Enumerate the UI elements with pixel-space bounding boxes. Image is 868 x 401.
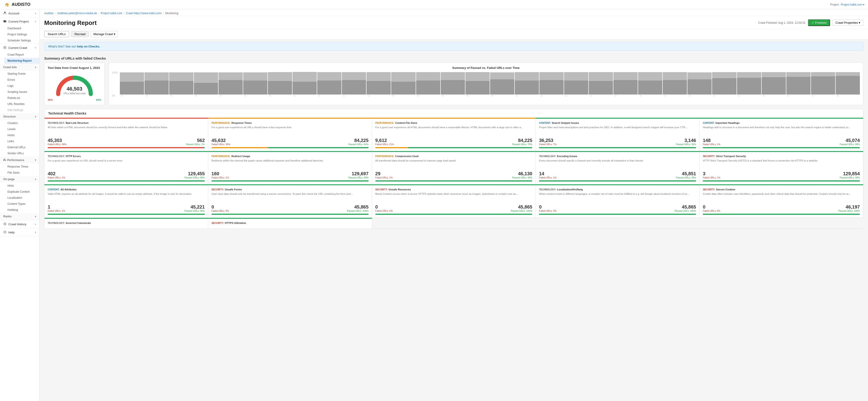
sidebar-group-crawl-info[interactable]: Crawl Info ▾ <box>0 64 39 71</box>
sidebar-item-scripting-issues[interactable]: Scripting Issues <box>4 89 39 95</box>
sidebar-item-similar-urls[interactable]: Similar URLs <box>4 150 39 156</box>
health-card[interactable]: CONTENT: Alt Attributes Valid HTML requi… <box>44 184 208 218</box>
health-card[interactable]: SECURITY: Unsafe Resources Mixed Content… <box>372 184 536 218</box>
status-bar-fail <box>375 180 377 182</box>
sidebar-item-monitoring-report[interactable]: Monitoring Report <box>4 58 39 64</box>
bar-label: Aug 16 <box>121 95 141 99</box>
health-card[interactable]: TECHNOLOGY: Localization/Hreflang When c… <box>536 184 700 218</box>
sidebar-item-content-types[interactable]: Content Types <box>4 201 39 207</box>
health-card[interactable]: PERFORMANCE: Redirect Usage Redirects wi… <box>208 151 372 184</box>
sidebar-item-response-times[interactable]: Response Times <box>4 164 39 169</box>
health-pass-pct: Passed URLs: 99% <box>840 143 860 146</box>
breadcrumb-user[interactable]: matthias.peter@micro-media.de <box>57 12 97 15</box>
gauge-title: Test Data from Crawl August 1, 2024 <box>48 66 101 70</box>
crawl-properties-button[interactable]: Crawl Properties ▾ <box>832 20 863 26</box>
health-stat-fail-group: 160 Failed URLs: 1% <box>212 171 229 179</box>
sidebar-item-hosts[interactable]: Hosts <box>4 132 39 138</box>
bar-label: Dec 20 <box>565 95 585 99</box>
sidebar-item-scheduler-settings[interactable]: Scheduler Settings <box>4 37 39 43</box>
health-card-stats: 14 Failed URLs: 1% 45,851 Passed URLs: 9… <box>539 171 696 179</box>
sidebar-item-help[interactable]: ? Help ▾ <box>0 228 39 236</box>
health-card[interactable]: PERFORMANCE: Compression Used All transf… <box>372 151 536 184</box>
sidebar-item-localization[interactable]: Localization <box>4 195 39 201</box>
status-bar-fail <box>703 180 704 182</box>
status-bar <box>703 180 860 182</box>
health-card-desc: When content exists in different languag… <box>539 192 696 203</box>
health-card[interactable]: TECHNOLOGY: Encoding Issues Every docume… <box>536 151 700 184</box>
sidebar-item-edit-settings[interactable]: Edit Settings <box>4 107 39 113</box>
health-card[interactable]: SECURITY: Secure Cookies Cookie data oft… <box>700 184 863 218</box>
sidebar-item-links[interactable]: Links <box>4 138 39 144</box>
sidebar-item-crawl-report[interactable]: Crawl Report <box>4 52 39 58</box>
sidebar-item-levels[interactable]: Levels <box>4 126 39 132</box>
recrawl-button[interactable]: Recrawl <box>71 31 89 37</box>
sidebar-item-logs[interactable]: Logs <box>4 83 39 89</box>
health-stat-fail: 45,303 <box>48 138 67 143</box>
sidebar-group-onpage[interactable]: On-page ▾ <box>0 176 39 183</box>
sidebar-sub-performance: Response Times File Sizes <box>0 164 39 176</box>
finished-badge-button[interactable]: ✓ Finished <box>808 19 830 26</box>
status-bar <box>539 214 696 215</box>
sidebar-item-dashboard[interactable]: Dashboard <box>4 25 39 31</box>
sidebar-item-url-rewrites[interactable]: URL Rewrites <box>4 101 39 107</box>
health-card[interactable]: TECHNOLOGY: HTTP Errors For a good user … <box>44 151 208 184</box>
breadcrumb-project[interactable]: Project tutkit.com <box>101 12 122 15</box>
health-stat-fail: 402 <box>48 171 65 177</box>
sidebar-sub-project: Dashboard Project Settings Scheduler Set… <box>0 25 39 43</box>
help-on-checks-link[interactable]: help on Checks. <box>77 45 100 48</box>
health-stat-fail: 45,632 <box>212 138 230 143</box>
sidebar-group-performance[interactable]: Performance ▾ <box>0 156 39 164</box>
sidebar-item-hints[interactable]: Hints <box>4 183 39 189</box>
health-card-stats: 148 Failed URLs: 1% 45,074 Passed URLs: … <box>703 138 860 146</box>
health-card-title: PERFORMANCE: Response Times <box>212 122 369 124</box>
toolbar: Search URLs Recrawl Manage Crawl ▾ <box>39 29 868 39</box>
health-category: PERFORMANCE: <box>375 122 395 124</box>
sidebar-item-starting-points[interactable]: Starting Points <box>4 71 39 77</box>
sidebar-item-file-sizes[interactable]: File Sizes <box>4 169 39 176</box>
bar-label: Jan 24 <box>688 95 708 99</box>
search-urls-button[interactable]: Search URLs <box>44 31 69 37</box>
sidebar-item-crawl-history[interactable]: Crawl History ▾ <box>0 220 39 228</box>
bar-group <box>416 72 440 94</box>
health-card[interactable]: PERFORMANCE: Response Times For a good u… <box>208 118 372 151</box>
health-fail-pct: Failed URLs: 0% <box>375 210 393 212</box>
health-card[interactable]: TECHNOLOGY: Bad Link Structure All links… <box>44 118 208 151</box>
bar-group <box>145 72 169 94</box>
bar-group <box>218 72 243 94</box>
manage-crawl-button[interactable]: Manage Crawl ▾ <box>91 31 118 37</box>
health-card[interactable]: SECURITY: Unsafe Forms User input data s… <box>208 184 372 218</box>
health-card-bottom[interactable]: TECHNOLOGY: Incorrect Canonicals <box>44 218 208 228</box>
status-bar-fail <box>212 147 268 148</box>
sidebar-item-hreflang[interactable]: Hreflang <box>4 207 39 213</box>
sidebar-item-current-crawl[interactable]: Current Crawl ▾ <box>0 44 39 52</box>
sidebar-item-duplicate-content[interactable]: Duplicate Content <box>4 189 39 195</box>
sidebar-item-errors[interactable]: Errors <box>4 77 39 83</box>
health-card[interactable]: CONTENT: Important Headings Headings add… <box>700 118 863 151</box>
health-card[interactable]: SECURITY: Strict Transport Security HTTP… <box>700 151 863 184</box>
sidebar-item-robots-txt[interactable]: Robots.txt <box>4 95 39 101</box>
sidebar-group-structure[interactable]: Structure ▾ <box>0 113 39 120</box>
finished-badge-label: ✓ Finished <box>812 21 827 25</box>
sidebar-item-project-settings[interactable]: Project Settings <box>4 31 39 37</box>
bar-group <box>194 72 218 94</box>
top-nav-right: Project Project tutkit.com ▾ <box>830 3 864 6</box>
sidebar-item-clusters[interactable]: Clusters <box>4 120 39 126</box>
sidebar-item-account[interactable]: Account ▾ <box>0 9 39 17</box>
health-card-bottom[interactable]: SECURITY: HTTPS Utilization <box>208 218 372 228</box>
health-card[interactable]: CONTENT: Search Snippet Issues Proper ti… <box>536 118 700 151</box>
status-bar-pass <box>704 147 860 148</box>
breadcrumb-crawl[interactable]: Crawl https://www.tutkit.com/ <box>126 12 161 15</box>
status-bar <box>48 180 205 182</box>
project-link[interactable]: Project tutkit.com ▾ <box>841 3 864 6</box>
health-card[interactable]: PERFORMANCE: Content File Sizes For a go… <box>372 118 536 151</box>
sidebar-item-external-urls[interactable]: External URLs <box>4 144 39 150</box>
status-bar-pass <box>540 180 696 182</box>
health-bottom-category: SECURITY: <box>212 222 224 224</box>
sidebar-group-ranks[interactable]: Ranks ▾ <box>0 213 39 220</box>
bar-group <box>243 72 268 94</box>
health-bottom-name: Incorrect Canonicals <box>66 222 91 224</box>
sidebar-item-current-project[interactable]: Current Project ▾ <box>0 18 39 25</box>
breadcrumb-audisto[interactable]: Audisto <box>44 12 54 15</box>
health-name: Strict Transport Security <box>716 155 746 158</box>
status-bar-pass <box>213 180 369 182</box>
